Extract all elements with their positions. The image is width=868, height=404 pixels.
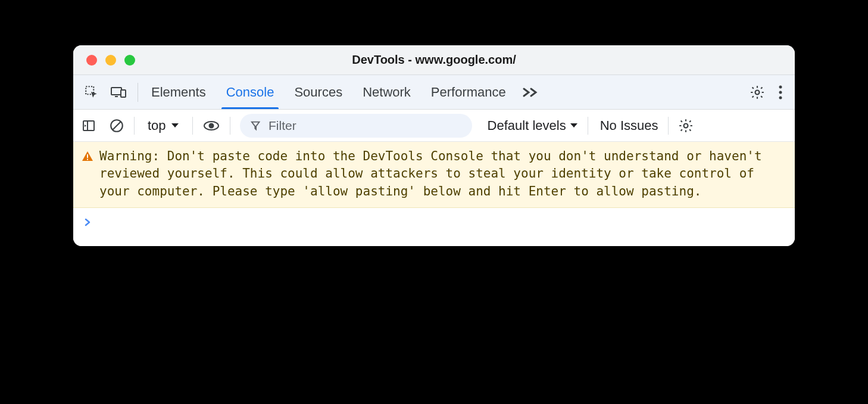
console-warning-row: Warning: Don't paste code into the DevTo…	[73, 142, 795, 208]
devtools-window: DevTools - www.google.com/ Elements Con	[73, 45, 795, 246]
divider	[668, 117, 669, 135]
live-expression-icon[interactable]	[202, 119, 220, 132]
divider	[230, 117, 230, 135]
divider	[138, 83, 138, 102]
svg-point-5	[779, 85, 782, 88]
chevron-down-icon	[171, 123, 179, 129]
maximize-window-button[interactable]	[124, 55, 135, 66]
filter-input[interactable]	[268, 119, 461, 133]
more-tabs-button[interactable]	[522, 86, 539, 98]
context-selector[interactable]: top	[144, 118, 183, 133]
titlebar: DevTools - www.google.com/	[73, 45, 795, 75]
tab-sources[interactable]: Sources	[293, 75, 344, 109]
svg-rect-16	[87, 159, 88, 160]
svg-point-13	[209, 123, 213, 128]
log-levels-selector[interactable]: Default levels	[488, 118, 578, 133]
close-window-button[interactable]	[86, 55, 97, 66]
warning-text: Warning: Don't paste code into the DevTo…	[99, 148, 784, 200]
svg-rect-15	[87, 154, 88, 158]
levels-label: Default levels	[488, 118, 566, 133]
window-title: DevTools - www.google.com/	[73, 53, 795, 67]
divider	[588, 117, 588, 135]
clear-console-icon[interactable]	[109, 118, 124, 133]
filter-icon	[251, 120, 260, 131]
svg-point-14	[683, 123, 688, 128]
console-body: Warning: Don't paste code into the DevTo…	[73, 142, 795, 246]
svg-point-7	[779, 96, 782, 99]
minimize-window-button[interactable]	[105, 55, 116, 66]
console-prompt-row[interactable]	[73, 208, 795, 246]
tab-elements[interactable]: Elements	[150, 75, 207, 109]
tab-performance[interactable]: Performance	[430, 75, 507, 109]
svg-point-6	[779, 91, 782, 94]
context-label: top	[148, 118, 166, 133]
inspect-element-icon[interactable]	[84, 85, 99, 100]
svg-line-11	[113, 122, 121, 129]
svg-point-4	[755, 90, 760, 94]
warning-icon	[82, 150, 93, 164]
toggle-sidebar-icon[interactable]	[82, 119, 96, 133]
divider	[134, 117, 135, 135]
chevron-down-icon	[570, 123, 578, 129]
filter-box	[240, 114, 472, 138]
svg-rect-3	[121, 90, 126, 97]
svg-rect-1	[111, 88, 121, 95]
tabbar: Elements Console Sources Network Perform…	[73, 75, 795, 110]
kebab-menu-icon[interactable]	[778, 85, 783, 100]
device-toolbar-icon[interactable]	[110, 85, 127, 100]
prompt-chevron-icon	[84, 215, 91, 229]
traffic-lights	[73, 55, 135, 66]
divider	[192, 117, 193, 135]
issues-label[interactable]: No Issues	[600, 118, 658, 133]
console-toolbar: top Default levels No Issues	[73, 110, 795, 142]
settings-icon[interactable]	[750, 85, 765, 100]
tab-console[interactable]: Console	[225, 75, 276, 109]
console-settings-icon[interactable]	[678, 118, 694, 133]
tab-network[interactable]: Network	[361, 75, 412, 109]
panel-tabs: Elements Console Sources Network Perform…	[145, 75, 507, 109]
